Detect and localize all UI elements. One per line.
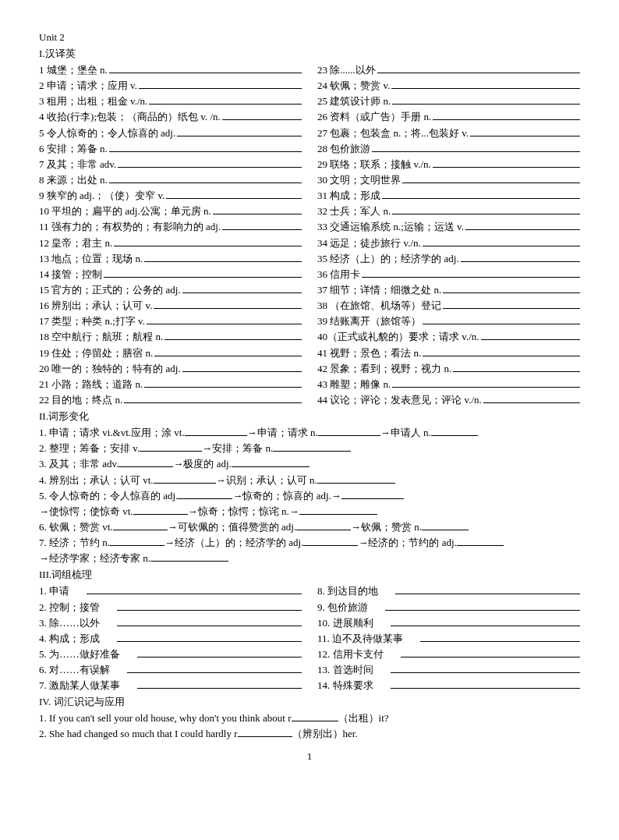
answer-blank[interactable]	[154, 346, 302, 356]
answer-blank[interactable]	[392, 204, 580, 214]
answer-blank[interactable]	[423, 314, 580, 324]
answer-blank[interactable]	[377, 63, 580, 73]
answer-blank[interactable]	[133, 504, 188, 514]
answer-blank[interactable]	[443, 299, 580, 309]
answer-blank[interactable]	[137, 679, 302, 689]
answer-blank[interactable]	[372, 141, 580, 151]
answer-blank[interactable]	[109, 63, 302, 73]
answer-blank[interactable]	[457, 536, 504, 546]
answer-blank[interactable]	[453, 361, 580, 371]
phrase-row: 11. 迫不及待做某事	[317, 631, 580, 647]
answer-blank[interactable]	[118, 457, 173, 467]
answer-blank[interactable]	[483, 393, 580, 403]
answer-blank[interactable]	[341, 488, 404, 498]
answer-blank[interactable]	[423, 236, 580, 246]
answer-blank[interactable]	[147, 314, 302, 324]
answer-blank[interactable]	[391, 663, 581, 673]
answer-blank[interactable]	[395, 584, 580, 594]
answer-blank[interactable]	[299, 504, 377, 514]
answer-blank[interactable]	[433, 158, 580, 168]
wordform-text: 5. 令人惊奇的；令人惊喜的 adj.	[39, 490, 178, 502]
answer-blank[interactable]	[391, 679, 581, 689]
answer-blank[interactable]	[392, 94, 580, 105]
q2-blank[interactable]	[238, 727, 292, 737]
q1-blank[interactable]	[292, 711, 338, 721]
answer-blank[interactable]	[166, 189, 302, 199]
vocab-label: 12 皇帝；君主 n.	[39, 236, 112, 251]
vocab-label: 18 空中航行；航班；航程 n.	[39, 329, 163, 345]
answer-blank[interactable]	[113, 520, 168, 530]
answer-blank[interactable]	[222, 220, 302, 230]
answer-blank[interactable]	[140, 441, 202, 452]
vocab-row: 26 资料（或广告）手册 n.	[317, 109, 580, 125]
answer-blank[interactable]	[385, 600, 580, 610]
section-3-left-col: 1. 申请2. 控制；接管3. 除……以外4. 构成；形成5. 为……做好准备6…	[39, 583, 302, 693]
answer-blank[interactable]	[481, 330, 580, 340]
answer-blank[interactable]	[109, 173, 302, 183]
answer-blank[interactable]	[150, 551, 228, 562]
vocab-label: 33 交通运输系统 n.;运输；运送 v.	[317, 219, 464, 235]
answer-blank[interactable]	[420, 631, 580, 641]
answer-blank[interactable]	[114, 236, 302, 246]
vocab-label: 4 收拾(行李);包装；（商品的）纸包 v. /n.	[39, 109, 221, 125]
vocab-row: 10 平坦的；扁平的 adj.公寓；单元房 n.	[39, 204, 302, 219]
answer-blank[interactable]	[139, 79, 302, 89]
answer-blank[interactable]	[465, 220, 580, 230]
answer-blank[interactable]	[178, 488, 232, 498]
vocab-row: 38 （在旅馆、机场等）登记	[317, 298, 580, 314]
answer-blank[interactable]	[391, 79, 580, 89]
answer-blank[interactable]	[87, 584, 302, 594]
answer-blank[interactable]	[423, 346, 580, 356]
answer-blank[interactable]	[303, 536, 358, 546]
answer-blank[interactable]	[431, 426, 478, 436]
vocab-label: 32 士兵；军人 n.	[317, 204, 391, 219]
vocab-row: 19 住处；停留处；膳宿 n.	[39, 346, 302, 361]
answer-blank[interactable]	[318, 426, 380, 436]
answer-blank[interactable]	[144, 251, 302, 261]
answer-blank[interactable]	[232, 457, 310, 467]
q2-post: （辨别出）her.	[292, 728, 358, 739]
vocab-row: 5 令人惊奇的；令人惊喜的 adj.	[39, 126, 302, 141]
answer-blank[interactable]	[177, 126, 302, 136]
answer-blank[interactable]	[149, 94, 302, 105]
answer-blank[interactable]	[296, 520, 351, 530]
answer-blank[interactable]	[154, 299, 302, 309]
wordform-text: →惊奇的；惊喜的 adj.→	[232, 490, 341, 502]
answer-blank[interactable]	[382, 189, 580, 199]
answer-blank[interactable]	[443, 283, 580, 293]
answer-blank[interactable]	[401, 647, 581, 657]
answer-blank[interactable]	[164, 330, 302, 340]
answer-blank[interactable]	[110, 536, 164, 546]
answer-blank[interactable]	[461, 251, 580, 261]
answer-blank[interactable]	[137, 647, 302, 657]
answer-blank[interactable]	[182, 361, 302, 371]
answer-blank[interactable]	[117, 615, 302, 626]
answer-blank[interactable]	[273, 441, 351, 452]
answer-blank[interactable]	[104, 267, 302, 277]
section-1-title: I.汉译英	[39, 47, 580, 61]
answer-blank[interactable]	[127, 663, 302, 673]
answer-blank[interactable]	[117, 600, 302, 610]
answer-blank[interactable]	[362, 267, 580, 277]
answer-blank[interactable]	[317, 473, 395, 483]
answer-blank[interactable]	[182, 283, 302, 293]
vocab-label: 6 安排；筹备 n.	[39, 141, 108, 157]
phrase-row: 14. 特殊要求	[317, 678, 580, 693]
answer-blank[interactable]	[144, 377, 302, 387]
answer-blank[interactable]	[109, 141, 302, 151]
answer-blank[interactable]	[118, 158, 302, 168]
phrase-row: 5. 为……做好准备	[39, 647, 302, 662]
answer-blank[interactable]	[433, 110, 580, 120]
vocab-row: 21 小路；路线；道路 n.	[39, 377, 302, 392]
answer-blank[interactable]	[470, 126, 580, 136]
answer-blank[interactable]	[124, 393, 302, 403]
answer-blank[interactable]	[402, 173, 580, 183]
answer-blank[interactable]	[222, 110, 302, 120]
answer-blank[interactable]	[392, 377, 580, 387]
answer-blank[interactable]	[422, 520, 469, 530]
answer-blank[interactable]	[391, 615, 581, 626]
answer-blank[interactable]	[213, 204, 302, 214]
answer-blank[interactable]	[185, 426, 247, 436]
answer-blank[interactable]	[117, 631, 302, 641]
answer-blank[interactable]	[154, 473, 216, 483]
